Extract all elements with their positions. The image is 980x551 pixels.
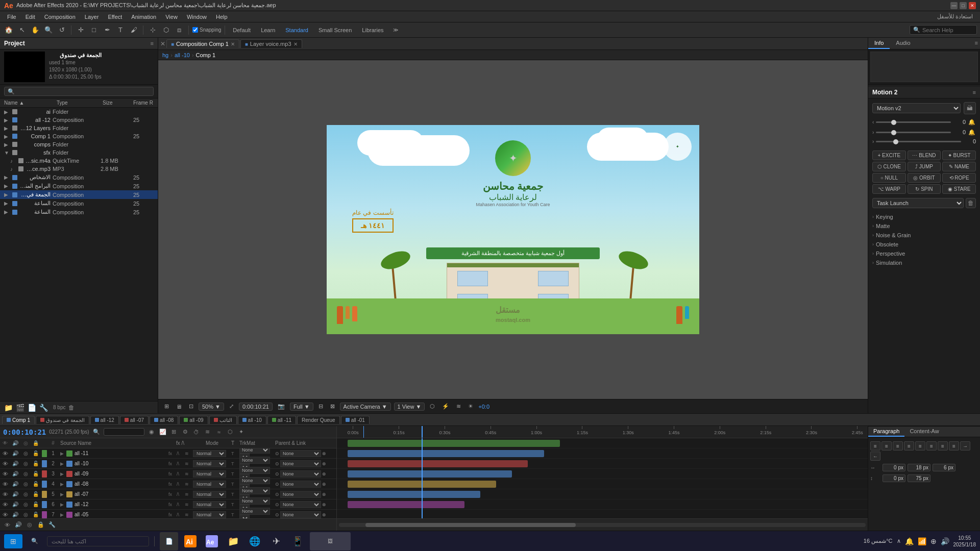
vp-3d-btn[interactable]: ⬡	[428, 402, 437, 411]
layer-lock-4[interactable]: 🔓	[31, 491, 41, 497]
project-item-comp1[interactable]: ▶ Comp 1 Composition 25	[0, 132, 158, 140]
project-settings-btn[interactable]: 🔧	[39, 404, 48, 412]
layer-audio-2[interactable]: 🔊	[10, 471, 20, 477]
breadcrumb-hg[interactable]: hg	[162, 52, 168, 58]
audio-tab[interactable]: Audio	[890, 38, 916, 49]
layer-parent-chain-4[interactable]: ⊙	[275, 492, 279, 497]
vp-toggle-btn[interactable]: ⊟	[316, 402, 325, 411]
workspace-default[interactable]: Default	[229, 26, 255, 34]
tl-graph-btn[interactable]: 📈	[159, 428, 167, 436]
layer-solo-4[interactable]: ◎	[20, 491, 31, 497]
motion-btn-null[interactable]: ○ NULL	[872, 173, 906, 183]
layer-vis-6[interactable]: 👁	[0, 512, 10, 518]
motion-btn-name[interactable]: ✎ NAME	[942, 162, 976, 171]
motion-bell-2[interactable]: 🔔	[968, 128, 976, 136]
layer-lock-3[interactable]: 🔓	[31, 481, 41, 487]
motion-slider-track-2[interactable]	[876, 132, 951, 133]
align-right[interactable]: ≡	[893, 441, 903, 450]
tl-bottom-btn-3[interactable]: ◎	[26, 521, 34, 529]
tl-bottom-btn-5[interactable]: 🔧	[48, 521, 56, 529]
comp-tab-layer-close[interactable]: ✕	[293, 41, 298, 47]
comp-tab-comp1-close[interactable]: ✕	[231, 41, 235, 47]
align-ltr[interactable]: ←	[870, 452, 880, 461]
breadcrumb-all10[interactable]: all -10	[175, 52, 190, 58]
motion-btn-excite[interactable]: + EXCITE	[872, 151, 906, 160]
motion-btn-rope[interactable]: ⟲ ROPE	[942, 173, 976, 183]
tray-notification[interactable]: 🔔	[905, 537, 914, 545]
layer-trkmat-select-6[interactable]: None	[239, 508, 270, 515]
workspace-more[interactable]: ≫	[390, 24, 401, 36]
bar-6[interactable]	[348, 501, 464, 508]
layer-mode-select-2[interactable]: Normal	[193, 470, 226, 478]
layer-row-4[interactable]: 👁 🔊 ◎ 🔓 5 ▶ all -07 fx /\ ≋ Normal T Non…	[0, 489, 336, 499]
layer-audio-6[interactable]: 🔊	[10, 512, 20, 517]
layer-parent-link-1[interactable]: ⊗	[322, 461, 326, 466]
layer-frame-3[interactable]: /\	[177, 482, 185, 487]
tl-tab-taib[interactable]: التائب	[209, 416, 237, 424]
start-button[interactable]: ⊞	[4, 534, 22, 548]
layer-row-5[interactable]: 👁 🔊 ◎ 🔓 6 ▶ all -12 fx /\ ≋ Normal T Non…	[0, 499, 336, 510]
quality-dropdown[interactable]: Full ▼	[290, 403, 313, 411]
bar-1[interactable]	[348, 450, 544, 457]
bar-2[interactable]	[348, 460, 528, 467]
layer-mode-select-1[interactable]: Normal	[193, 460, 226, 467]
minimize-button[interactable]: —	[950, 2, 958, 9]
layer-vis-4[interactable]: 👁	[0, 491, 10, 497]
tool-paint[interactable]: 🖌	[128, 24, 139, 36]
tool-select[interactable]: ↖	[16, 24, 28, 36]
layer-trkmat-select-4[interactable]: None	[239, 487, 270, 494]
tl-motion-blur-btn[interactable]: ≈	[215, 428, 223, 436]
views-dropdown[interactable]: 1 View ▼	[394, 403, 425, 411]
tl-tab-all07[interactable]: all -07	[120, 416, 149, 424]
layer-expand-5[interactable]: ▶	[58, 502, 65, 507]
align-center[interactable]: ≡	[881, 441, 892, 450]
layer-trkmat-type-6[interactable]: ▼	[239, 515, 250, 519]
effects-noise[interactable]: › Noise & Grain	[868, 231, 980, 240]
effects-matte[interactable]: › Matte	[868, 221, 980, 231]
vp-fast-btn[interactable]: ⚡	[440, 402, 451, 411]
menu-composition[interactable]: Composition	[40, 13, 80, 21]
vp-monitor-btn[interactable]: 🖥	[174, 403, 184, 411]
layer-solo-2[interactable]: ◎	[20, 471, 31, 477]
project-item-bgmusic[interactable]: ♪ bg.music.m4a QuickTime 1.8 MB	[0, 157, 158, 165]
motion-btn-blend[interactable]: ⋯ BLEND	[908, 151, 941, 160]
layer-mode-select-5[interactable]: Normal	[193, 501, 226, 508]
motion-task-select[interactable]: Task Launch	[872, 198, 964, 208]
tool-roto[interactable]: ⬡	[160, 24, 172, 36]
layer-parent-chain-6[interactable]: ⊙	[275, 512, 279, 517]
vp-camera-btn[interactable]: 📷	[276, 402, 287, 411]
layer-trkmat-select-2[interactable]: None	[239, 467, 270, 474]
layer-parent-link-0[interactable]: ⊗	[322, 451, 326, 456]
tl-search-input[interactable]	[104, 428, 144, 436]
tl-tab-all10[interactable]: all -10	[238, 416, 266, 424]
layer-frame-5[interactable]: /\	[177, 502, 185, 507]
align-justify-c[interactable]: ≡	[949, 441, 959, 450]
layer-mode-select-3[interactable]: Normal	[193, 481, 226, 488]
effects-obsolete[interactable]: › Obsolete	[868, 240, 980, 249]
bar-5[interactable]	[348, 491, 480, 498]
layer-vis-2[interactable]: 👁	[0, 471, 10, 477]
layer-expand-4[interactable]: ▶	[58, 492, 65, 497]
taskbar-clock[interactable]: 10:55 2025/1/18	[953, 535, 976, 548]
tool-hand[interactable]: ✋	[30, 24, 41, 36]
layer-parent-link-2[interactable]: ⊗	[322, 471, 326, 477]
motion-btn-orbit[interactable]: ◎ ORBIT	[908, 173, 941, 183]
comp-tabs-close[interactable]: ✕	[160, 40, 165, 47]
layer-lock-0[interactable]: 🔓	[31, 450, 41, 456]
tl-solo-mode-btn[interactable]: ◉	[148, 428, 156, 436]
taskbar-search-icon[interactable]: 🔍	[26, 532, 44, 550]
layer-frame-4[interactable]: /\	[177, 492, 185, 497]
motion-slider-thumb-3[interactable]	[893, 139, 898, 144]
layer-parent-chain-5[interactable]: ⊙	[275, 502, 279, 507]
tool-rotate[interactable]: ↺	[56, 24, 67, 36]
project-item-saa1[interactable]: ▶ الساعة Composition 25	[0, 199, 158, 208]
layer-row-1[interactable]: 👁 🔊 ◎ 🔓 2 ▶ all -10 fx /\ ≋ Normal T Non…	[0, 459, 336, 469]
search-input[interactable]	[922, 27, 973, 33]
vp-offset[interactable]: +0:0	[478, 404, 489, 410]
layer-fx-1[interactable]: fx	[168, 461, 177, 466]
layer-fx-3[interactable]: fx	[168, 482, 177, 487]
layer-parent-link-4[interactable]: ⊗	[322, 492, 326, 497]
para-space-before[interactable]	[933, 464, 955, 471]
workspace-small[interactable]: Small Screen	[314, 26, 356, 34]
tl-tab-all09[interactable]: all -09	[179, 416, 208, 424]
